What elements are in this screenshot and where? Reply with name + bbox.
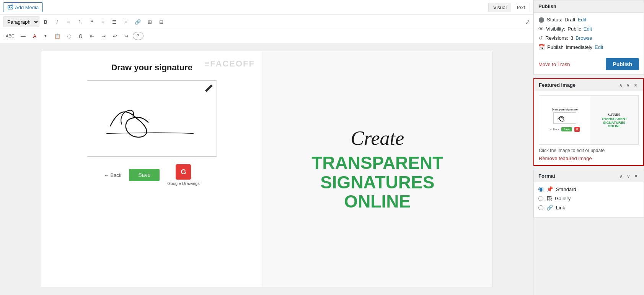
horizontal-rule-button[interactable]: —: [18, 31, 29, 41]
bold-button[interactable]: B: [40, 16, 51, 27]
google-icon: G: [176, 164, 191, 180]
blockquote-button[interactable]: ❝: [86, 16, 97, 27]
publish-when: immediately: [566, 44, 592, 50]
featured-image-header: Featured image ∧ ∨ ✕: [534, 79, 643, 91]
revisions-browse-link[interactable]: Browse: [576, 35, 592, 41]
visibility-row: 👁 Visibility: Public Edit: [538, 26, 639, 32]
font-color-dropdown[interactable]: ▼: [40, 31, 51, 41]
thumb-actions: ← Back Save G: [549, 127, 580, 132]
format-radio-gallery[interactable]: [538, 196, 543, 201]
thumb-back: ← Back: [549, 128, 559, 131]
clear-formatting-button[interactable]: ◌: [64, 31, 75, 41]
signature-canvas[interactable]: [87, 80, 217, 157]
faceoff-watermark: ≡FACEOFF: [205, 59, 255, 69]
editor-tabs: Visual Text: [488, 3, 530, 12]
undo-button[interactable]: ↩: [110, 31, 121, 41]
format-label-standard: Standard: [556, 186, 576, 192]
thumb-green-text: TRANSPARENTSIGNATURESONLINE: [602, 117, 627, 129]
insert-link-button[interactable]: 🔗: [132, 16, 143, 27]
publish-box-body: ⬤ Status: Draft Edit 👁 Visibility: Publi…: [534, 13, 644, 74]
standard-icon: 📌: [546, 186, 553, 192]
format-option-gallery: 🖼 Gallery: [538, 195, 639, 201]
formatting-toolbar-row1: Paragraph B I ≡ ⒈ ❝ ≡ ☰ ≡ 🔗 ⊞ ⊟ ⤢: [0, 15, 533, 29]
toolbar-top: Add Media Visual Text: [0, 0, 533, 15]
publish-box: Publish ⬤ Status: Draft Edit 👁 Visibilit…: [533, 0, 644, 75]
publish-button[interactable]: Publish: [606, 58, 639, 70]
paste-as-text-button[interactable]: 📋: [52, 31, 63, 41]
help-button[interactable]: ?: [133, 32, 143, 40]
format-body: 📌 Standard 🖼 Gallery 🔗 Link: [534, 182, 644, 217]
signature-svg: [87, 81, 217, 156]
font-color-button[interactable]: A: [29, 31, 40, 41]
status-edit-link[interactable]: Edit: [578, 17, 586, 23]
align-left-button[interactable]: ≡: [98, 16, 108, 27]
move-to-trash-link[interactable]: Move to Trash: [538, 62, 570, 67]
thumb-sig: [553, 112, 576, 124]
strikethrough-button[interactable]: ABC: [3, 31, 17, 41]
unordered-list-button[interactable]: ≡: [63, 16, 74, 27]
featured-image-collapse-down[interactable]: ∨: [625, 83, 631, 88]
indent-button[interactable]: ⇥: [98, 31, 109, 41]
save-signature-button[interactable]: Save: [129, 169, 160, 181]
publish-date-edit-link[interactable]: Edit: [595, 44, 603, 50]
featured-image-close[interactable]: ✕: [633, 83, 639, 88]
thumb-create: Create: [608, 112, 620, 117]
ordered-list-button[interactable]: ⒈: [75, 16, 85, 27]
align-right-button[interactable]: ≡: [121, 16, 131, 27]
publish-label: Publish: [547, 44, 564, 50]
status-row: ⬤ Status: Draft Edit: [538, 16, 639, 23]
featured-image-body: Draw your signature ← Back Save G: [534, 91, 643, 165]
format-radio-link[interactable]: [538, 205, 543, 210]
tab-text[interactable]: Text: [511, 3, 530, 12]
italic-button[interactable]: I: [52, 16, 62, 27]
visibility-edit-link[interactable]: Edit: [584, 26, 592, 32]
special-char-button[interactable]: Ω: [75, 31, 86, 41]
revisions-row: ↺ Revisions: 3 Browse: [538, 35, 639, 41]
format-option-link: 🔗 Link: [538, 204, 639, 211]
format-collapse-down[interactable]: ∨: [626, 173, 631, 179]
fullscreen-button[interactable]: ⤢: [525, 18, 530, 26]
status-icon: ⬤: [538, 16, 545, 23]
format-option-standard: 📌 Standard: [538, 186, 639, 192]
publish-box-header: Publish: [534, 0, 644, 13]
revisions-count: 3: [571, 35, 573, 41]
transparent-text: TRANSPARENT SIGNATURES ONLINE: [311, 153, 443, 211]
tab-visual[interactable]: Visual: [489, 3, 511, 12]
revisions-icon: ↺: [538, 35, 543, 41]
redo-button[interactable]: ↪: [121, 31, 132, 41]
featured-image-controls: ∧ ∨ ✕: [618, 83, 639, 88]
format-box: Format ∧ ∨ ✕ 📌 Standard 🖼 Gallery: [533, 170, 644, 218]
featured-image-collapse-up[interactable]: ∧: [618, 83, 624, 88]
signature-title: Draw your signature: [111, 63, 192, 73]
outdent-button[interactable]: ⇤: [87, 31, 98, 41]
featured-image-box: Featured image ∧ ∨ ✕ Draw your signature: [533, 78, 644, 166]
format-radio-standard[interactable]: [538, 187, 543, 192]
thumb-google: G: [574, 127, 580, 132]
revisions-label: Revisions:: [545, 35, 568, 41]
add-media-icon: [7, 4, 13, 10]
kitchen-sink-button[interactable]: ⊟: [156, 16, 166, 27]
sidebar: Publish ⬤ Status: Draft Edit 👁 Visibilit…: [533, 0, 644, 295]
format-collapse-up[interactable]: ∧: [618, 173, 624, 179]
featured-image-hint: Click the image to edit or update: [539, 148, 639, 153]
signature-actions: ← Back Save G Google Drawings: [104, 164, 200, 186]
formatting-toolbar-row2: ABC — A ▼ 📋 ◌ Ω ⇤ ⇥ ↩ ↪ ?: [0, 29, 533, 43]
align-center-button[interactable]: ☰: [109, 16, 120, 27]
thumb-right: Create TRANSPARENTSIGNATURESONLINE: [590, 96, 639, 144]
visibility-icon: 👁: [538, 26, 544, 32]
featured-image-thumbnail[interactable]: Draw your signature ← Back Save G: [539, 95, 639, 145]
status-value: Draft: [564, 17, 575, 23]
signature-left-panel: Draw your signature ← Back: [41, 51, 263, 287]
create-text: Create: [351, 127, 404, 149]
remove-featured-image-link[interactable]: Remove featured image: [539, 156, 592, 161]
add-media-button[interactable]: Add Media: [3, 2, 43, 12]
paragraph-select[interactable]: Paragraph: [3, 16, 39, 27]
back-button[interactable]: ← Back: [104, 172, 122, 178]
gallery-icon: 🖼: [546, 195, 552, 201]
thumb-save: Save: [561, 127, 572, 131]
format-header: Format ∧ ∨ ✕: [534, 170, 644, 182]
format-close[interactable]: ✕: [633, 173, 639, 179]
thumb-sig-svg: [554, 113, 576, 123]
insert-table-button[interactable]: ⊞: [144, 16, 155, 27]
format-title: Format: [538, 173, 555, 179]
